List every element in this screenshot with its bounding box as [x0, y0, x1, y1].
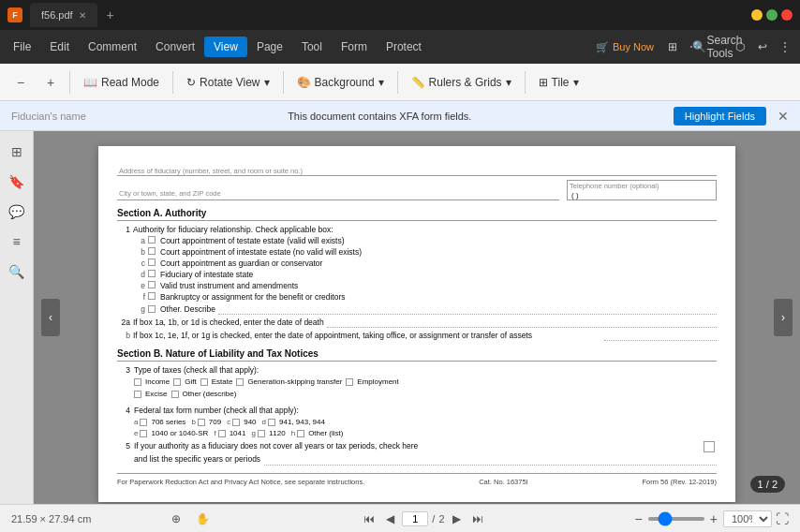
- sidebar-comment-icon[interactable]: 💬: [4, 199, 30, 225]
- row5-content: If your authority as a fiduciary does no…: [134, 441, 717, 466]
- checkbox-1040[interactable]: [140, 430, 147, 437]
- form-other-label: Other (list): [308, 429, 343, 437]
- item-c-alpha: c: [136, 259, 145, 268]
- menu-convert[interactable]: Convert: [146, 37, 204, 57]
- zoom-slider[interactable]: [648, 517, 704, 521]
- sidebar-search-icon[interactable]: 🔍: [4, 259, 30, 285]
- read-mode-button[interactable]: 📖 Read Mode: [76, 72, 167, 93]
- checkbox-e[interactable]: [148, 281, 156, 288]
- close-button[interactable]: [781, 9, 793, 21]
- zoom-in-button[interactable]: +: [37, 69, 64, 96]
- background-arrow-icon: ▾: [378, 76, 384, 89]
- sidebar-layers-icon[interactable]: ≡: [4, 229, 30, 255]
- buy-now-button[interactable]: 🛒 Buy Now: [596, 41, 654, 53]
- form-709-label: 709: [209, 418, 221, 426]
- form-709-alpha: b: [191, 418, 195, 426]
- page-number-input[interactable]: [402, 511, 428, 526]
- menu-edit[interactable]: Edit: [40, 37, 79, 57]
- checkbox-generation[interactable]: [236, 378, 244, 386]
- checkbox-1120[interactable]: [258, 430, 265, 437]
- more-options-button[interactable]: ⋮: [774, 36, 796, 58]
- checkbox-employment[interactable]: [346, 378, 353, 386]
- other-describe-field[interactable]: [218, 303, 717, 315]
- checkbox-gift[interactable]: [173, 378, 181, 386]
- checkbox-d[interactable]: [148, 270, 156, 277]
- first-page-button[interactable]: ⏮: [360, 510, 378, 527]
- window-controls: [751, 9, 793, 21]
- menu-comment[interactable]: Comment: [79, 37, 146, 57]
- checkbox-other-form[interactable]: [297, 430, 304, 437]
- highlight-fields-button[interactable]: Highlight Fields: [674, 107, 766, 126]
- checkbox-940[interactable]: [232, 419, 240, 426]
- checkbox-706[interactable]: [140, 419, 147, 426]
- checkbox-g[interactable]: [148, 305, 156, 313]
- item-a-alpha: a: [136, 236, 145, 245]
- minimize-button[interactable]: [751, 9, 763, 21]
- menu-tool[interactable]: Tool: [292, 37, 332, 57]
- tab-close-button[interactable]: ✕: [79, 10, 86, 21]
- background-button[interactable]: 🎨 Background ▾: [289, 72, 392, 93]
- form-1120-label: 1120: [269, 429, 286, 437]
- zoom-out-status-button[interactable]: −: [633, 511, 644, 526]
- main-layout: ⊞ 🔖 💬 ≡ 🔍 ‹ Address of fiduciary (number…: [0, 131, 800, 504]
- rotate-label: Rotate View: [200, 76, 259, 89]
- page-divider: /: [432, 513, 435, 525]
- checkbox-941[interactable]: [268, 419, 275, 426]
- sidebar-thumbnails-icon[interactable]: ⊞: [4, 139, 30, 165]
- pdf-tab[interactable]: f56.pdf ✕: [30, 3, 97, 27]
- menu-view[interactable]: View: [204, 37, 247, 57]
- menu-protect[interactable]: Protect: [377, 37, 431, 57]
- new-tab-button[interactable]: +: [101, 6, 120, 24]
- zoom-level-select[interactable]: 100% 75% 150% 200%: [723, 510, 772, 527]
- footer-cat: Cat. No. 16375I: [479, 478, 528, 486]
- search-tools-button[interactable]: 🔍 Search Tools: [706, 36, 729, 58]
- last-page-button[interactable]: ⏭: [468, 510, 487, 527]
- years-field[interactable]: [264, 452, 717, 466]
- next-page-button[interactable]: ▶: [449, 510, 465, 527]
- date-of-appointment-field[interactable]: [604, 330, 717, 341]
- date-of-death-field[interactable]: [327, 317, 717, 328]
- external-link-button[interactable]: ⬡: [729, 36, 751, 58]
- page-nav-left-button[interactable]: ‹: [41, 299, 60, 336]
- cursor-tool-button[interactable]: ⊕: [168, 510, 185, 527]
- hand-tool-button[interactable]: ✋: [192, 510, 214, 527]
- menu-page[interactable]: Page: [247, 37, 292, 57]
- row4-text: Federal tax form number (check all that …: [134, 406, 717, 415]
- checkbox-row5[interactable]: [704, 441, 715, 452]
- city-field[interactable]: City or town, state, and ZIP code: [117, 180, 559, 200]
- checkbox-estate[interactable]: [200, 378, 208, 386]
- rotate-view-button[interactable]: ↻ Rotate View ▾: [179, 72, 276, 93]
- phone-field[interactable]: ( ): [568, 191, 716, 200]
- checkbox-c[interactable]: [148, 259, 156, 266]
- checkbox-a[interactable]: [148, 236, 156, 244]
- page-nav-right-button[interactable]: ›: [774, 299, 793, 336]
- rulers-grids-button[interactable]: 📏 Rulers & Grids ▾: [404, 72, 519, 93]
- toolbar-separator-1: [69, 71, 70, 94]
- checkbox-other-tax[interactable]: [171, 391, 179, 398]
- menu-extra-icon1[interactable]: ⊞: [661, 36, 684, 58]
- menu-file[interactable]: File: [4, 37, 40, 57]
- menu-form[interactable]: Form: [332, 37, 377, 57]
- item-f-text: Bankruptcy or assignment for the benefit…: [160, 292, 345, 302]
- zoom-in-status-button[interactable]: +: [708, 511, 719, 526]
- prev-page-button[interactable]: ◀: [382, 510, 398, 527]
- undo-button[interactable]: ↩: [751, 36, 774, 58]
- tile-button[interactable]: ⊞ Tile ▾: [531, 72, 586, 93]
- xfa-close-button[interactable]: ✕: [778, 109, 789, 124]
- address-field[interactable]: Address of fiduciary (number, street, an…: [117, 161, 717, 176]
- checkbox-b[interactable]: [148, 247, 156, 255]
- sidebar-bookmark-icon[interactable]: 🔖: [4, 169, 30, 195]
- fullscreen-button[interactable]: ⛶: [776, 511, 789, 526]
- checkbox-1041[interactable]: [218, 430, 226, 437]
- zoom-out-button[interactable]: −: [7, 69, 34, 96]
- tab-bar: f56.pdf ✕ +: [30, 3, 744, 27]
- section-a-item-b: b Court appointment of intestate estate …: [117, 247, 717, 257]
- form-706-alpha: a: [134, 418, 138, 426]
- maximize-button[interactable]: [766, 9, 778, 21]
- checkbox-income[interactable]: [134, 378, 141, 386]
- checkbox-709[interactable]: [198, 419, 205, 426]
- pdf-page: Address of fiduciary (number, street, an…: [98, 146, 735, 502]
- checkbox-f[interactable]: [148, 292, 156, 300]
- checkbox-excise[interactable]: [134, 391, 141, 398]
- item-f-alpha: f: [136, 292, 145, 302]
